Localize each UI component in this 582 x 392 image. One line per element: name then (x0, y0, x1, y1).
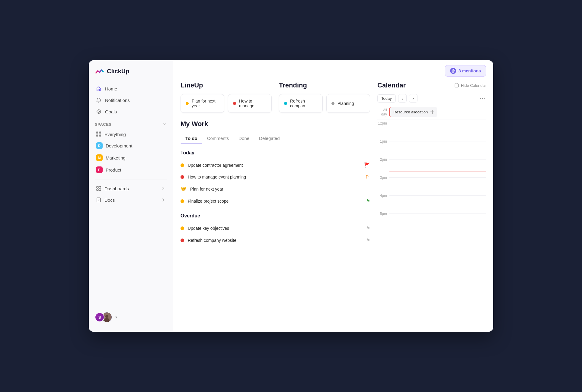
spaces-list: Everything D Development M Marketing P P… (89, 129, 173, 175)
task-item[interactable]: Update contractor agreement 🚩 (181, 159, 370, 171)
right-panel: Calendar Hide Calendar Today ‹ › ··· (377, 81, 486, 324)
main-body: LineUp Plan for next year How to manage.… (173, 81, 493, 332)
time-line (389, 213, 486, 214)
hide-calendar-label: Hide Calendar (461, 83, 486, 88)
task-flag: 🏳 (365, 174, 370, 180)
task-item[interactable]: 🤝 Plan for next year (181, 183, 370, 195)
task-name: Update key objectives (188, 226, 229, 231)
sidebar-item-notifications[interactable]: Notifications (92, 95, 169, 106)
bell-icon (96, 97, 101, 103)
sidebar-item-marketing[interactable]: M Marketing (92, 152, 169, 163)
today-label: Today (181, 150, 370, 156)
lineup-card-manage-label: How to manage... (239, 99, 267, 108)
resource-event-label: Resource allocation (393, 110, 428, 114)
main-header: @ 3 mentions (173, 60, 493, 81)
resource-event[interactable]: Resource allocation ✛ (389, 107, 437, 117)
dashboard-icon (96, 186, 101, 191)
task-name: How to manage event planning (188, 175, 246, 179)
task-dot (181, 199, 184, 203)
sidebar-item-dashboards[interactable]: Dashboards (92, 183, 169, 194)
time-row-4pm: 4pm (377, 193, 486, 211)
avatar-s: S (95, 312, 104, 322)
svg-point-8 (105, 315, 108, 318)
marketing-label: Marketing (106, 155, 126, 160)
task-item[interactable]: Finalize project scope ⚑ (181, 195, 370, 207)
tab-delegated[interactable]: Delegated (254, 133, 284, 144)
target-icon (96, 109, 101, 114)
trending-card-refresh[interactable]: Refresh compan... (279, 94, 323, 113)
allday-row: All day Resource allocation ✛ (377, 105, 486, 119)
lineup-dot-plan (186, 102, 189, 105)
docs-label: Docs (104, 198, 115, 203)
sidebar-bottom-nav: Dashboards Docs (89, 183, 173, 205)
trending-cards: Refresh compan... Planning (279, 94, 370, 113)
trending-card-planning-label: Planning (337, 101, 354, 106)
task-dot (181, 175, 184, 179)
my-work-section: My Work To do Comments Done Delegated To… (181, 120, 370, 324)
tab-todo[interactable]: To do (181, 133, 202, 144)
sidebar-item-development[interactable]: D Development (92, 140, 169, 151)
calendar-more-button[interactable]: ··· (480, 95, 486, 102)
svg-rect-5 (99, 189, 101, 191)
svg-rect-2 (97, 186, 98, 188)
home-label: Home (105, 86, 117, 91)
next-arrow-button[interactable]: › (409, 94, 417, 103)
app-container: ClickUp Home Notifications (89, 60, 493, 332)
sidebar-item-docs[interactable]: Docs (92, 194, 169, 205)
task-name: Plan for next year (190, 187, 223, 191)
avatar-chevron-icon[interactable]: ▾ (115, 315, 117, 319)
time-line (389, 177, 486, 178)
trending-dot-refresh (284, 102, 287, 105)
lineup-card-plan-label: Plan for next year (192, 99, 219, 108)
calendar-header: Calendar Hide Calendar (377, 81, 486, 89)
trending-section: Trending Refresh compan... Planning (279, 81, 370, 113)
time-label-1pm: 1pm (377, 139, 389, 144)
sidebar-item-product[interactable]: P Product (92, 164, 169, 175)
docs-chevron-icon (161, 198, 166, 202)
logo[interactable]: ClickUp (89, 66, 173, 83)
tab-done[interactable]: Done (234, 133, 254, 144)
time-row-1pm: 1pm (377, 139, 486, 157)
mentions-badge[interactable]: @ 3 mentions (445, 65, 486, 77)
task-name: Refresh company website (188, 238, 236, 243)
task-flag: 🚩 (364, 162, 370, 168)
development-label: Development (106, 143, 132, 148)
today-button[interactable]: Today (377, 94, 396, 103)
work-list: Today Update contractor agreement 🚩 (181, 150, 370, 324)
logo-text: ClickUp (107, 68, 129, 75)
svg-point-0 (97, 110, 101, 114)
time-label-4pm: 4pm (377, 193, 389, 198)
lineup-card-manage[interactable]: How to manage... (228, 94, 272, 113)
task-item[interactable]: How to manage event planning 🏳 (181, 171, 370, 183)
move-cursor-icon: ✛ (430, 109, 434, 115)
current-time-indicator (389, 172, 486, 172)
prev-arrow-button[interactable]: ‹ (398, 94, 407, 103)
tabs-row: To do Comments Done Delegated (181, 133, 370, 144)
sidebar: ClickUp Home Notifications (89, 60, 173, 332)
product-label: Product (106, 167, 121, 172)
task-item-overdue[interactable]: Update key objectives ⚑ (181, 222, 370, 234)
time-label-2pm: 2pm (377, 157, 389, 162)
sidebar-footer: S ▾ (89, 309, 173, 326)
mentions-label: 3 mentions (459, 68, 481, 73)
lineup-section: LineUp Plan for next year How to manage.… (181, 81, 272, 113)
hide-calendar-button[interactable]: Hide Calendar (454, 83, 486, 88)
left-panel: LineUp Plan for next year How to manage.… (181, 81, 370, 324)
lineup-card-plan[interactable]: Plan for next year (181, 94, 224, 113)
sidebar-item-home[interactable]: Home (92, 83, 169, 94)
sidebar-item-everything[interactable]: Everything (92, 129, 169, 139)
sidebar-item-goals[interactable]: Goals (92, 106, 169, 117)
avatar-group[interactable]: S (95, 312, 112, 322)
my-work-title: My Work (181, 120, 370, 128)
main-content: @ 3 mentions LineUp Plan for next year (173, 60, 493, 332)
trending-card-planning[interactable]: Planning (326, 94, 370, 113)
time-row-3pm: 3pm (377, 175, 486, 193)
home-icon (96, 86, 101, 91)
task-dot (181, 226, 184, 230)
tab-comments[interactable]: Comments (202, 133, 234, 144)
task-item-overdue[interactable]: Refresh company website ⚑ (181, 234, 370, 246)
trending-dot-planning (331, 102, 334, 105)
notifications-label: Notifications (105, 98, 130, 103)
lineup-title: LineUp (181, 81, 272, 89)
task-dot (181, 163, 184, 167)
